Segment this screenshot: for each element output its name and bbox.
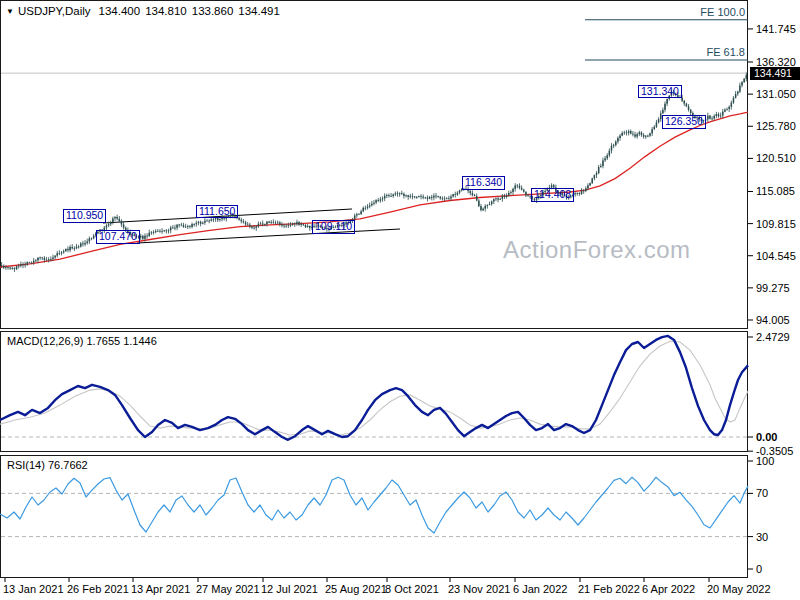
candle-body [484,206,486,209]
candle-body [647,136,649,137]
candle-body [656,122,658,126]
candle-body [427,198,429,199]
candle-body [208,221,210,222]
candle-body [716,114,718,116]
candle-body [369,205,371,206]
candle-body [506,196,508,197]
candle-body [174,228,176,229]
candle-body [711,119,713,120]
candle-body [39,257,41,258]
price-axis-label: 109.815 [756,218,796,230]
dropdown-arrow-icon[interactable]: ▼ [6,7,14,16]
candle-body [114,217,116,218]
candle-body [495,198,497,199]
candle-body [367,207,369,208]
candle-body [666,99,668,104]
candle-body [487,205,489,206]
candle-body [18,266,20,267]
candle-body [65,249,67,251]
rsi-axis-label: 100 [756,455,774,467]
current-price-badge: 134.491 [750,67,800,80]
candle-body [251,226,253,227]
candle-body [356,214,358,215]
candle-body [594,175,596,178]
candle-body [288,225,290,226]
candle-body [281,224,283,225]
candle-body [307,226,309,227]
candle-body [707,116,709,120]
candle-body [200,222,202,224]
candle-body [16,266,18,269]
candle-body [651,129,653,133]
candle-body [273,222,275,223]
candle-body [617,138,619,142]
candle-body [42,257,44,258]
candle-body [686,104,688,107]
candle-body [632,134,634,135]
candle-body [497,198,499,199]
candle-body [654,127,656,129]
candle-body [241,220,243,222]
candle-body [598,167,600,173]
candle-body [46,260,48,261]
candle-body [300,224,302,225]
macd-axis-label: 0.00 [756,431,777,443]
candle-body [626,133,628,134]
candle-body [737,92,739,94]
time-axis-label: 23 Nov 2021 [448,583,510,595]
candle-body [264,224,266,225]
candle-body [645,136,647,137]
candle-body [604,158,606,160]
candle-body [416,197,418,198]
candle-body [185,227,187,228]
candle-body [636,134,638,137]
candle-body [202,223,204,224]
candle-body [724,110,726,112]
candle-body [189,226,191,227]
candle-body [581,191,583,195]
candle-body [619,136,621,138]
candle-body [89,238,91,241]
candle-body [431,197,433,198]
candle-body [198,222,200,223]
price-annotation: 111.650 [196,205,238,219]
candle-body [446,198,448,199]
quote-low: 133.860 [192,5,234,17]
candle-body [429,197,431,199]
candle-body [422,197,424,198]
candle-body [628,131,630,133]
candle-body [33,261,35,263]
price-annotation: 116.340 [462,176,505,190]
macd-name: MACD(12,26,9) [7,335,83,347]
macd-indicator-label: MACD(12,26,9) 1.7655 1.1446 [7,335,157,347]
candle-body [371,204,373,206]
candle-body [442,198,444,199]
candle-body [743,79,745,83]
candle-body [253,228,255,229]
candle-body [606,155,608,158]
price-axis-label: 120.510 [756,152,796,164]
price-axis-label: 141.745 [756,23,796,35]
rsi-name: RSI(14) [7,459,45,471]
candle-body [262,224,264,225]
candle-body [360,211,362,214]
candle-body [643,135,645,137]
candle-body [144,236,146,239]
price-axis-label: 104.545 [756,250,796,262]
fib-label: FE 100.0 [655,6,745,18]
price-axis-label: 136.320 [756,56,796,68]
rsi-axis-label: 70 [756,487,768,499]
candle-body [472,193,474,195]
candle-body [63,251,65,252]
candle-body [722,112,724,116]
candle-body [213,219,215,220]
time-axis-label: 13 Jan 2021 [3,583,64,595]
time-axis-label: 8 Oct 2021 [385,583,439,595]
rsi-values: 76.7662 [48,459,88,471]
candle-body [290,225,292,226]
candle-body [405,195,407,196]
candle-body [399,193,401,194]
candle-body [363,208,365,211]
candle-body [480,206,482,210]
candle-body [713,116,715,119]
